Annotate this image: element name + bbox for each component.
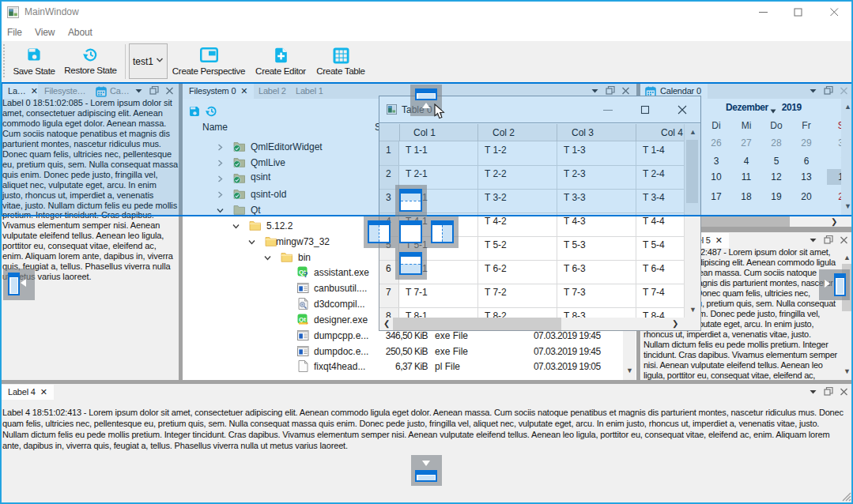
svg-text:Qt: Qt (299, 316, 306, 323)
svg-text:?: ? (304, 269, 308, 278)
